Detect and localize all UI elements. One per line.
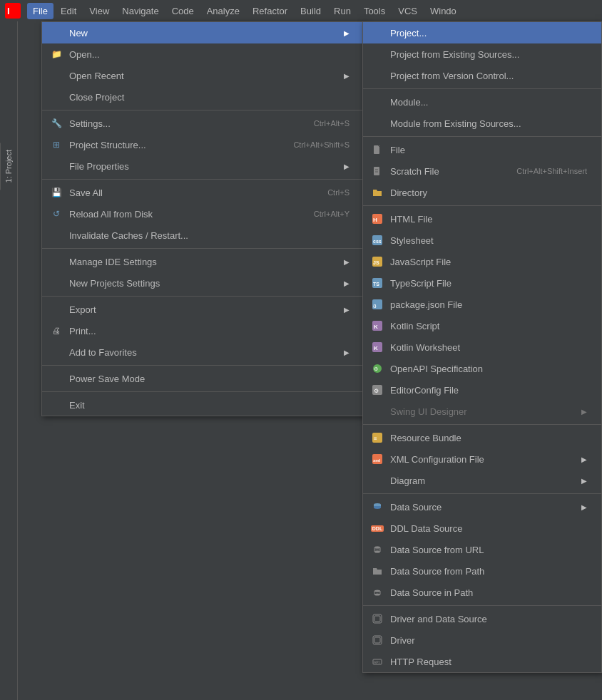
- project-icon: [370, 26, 384, 40]
- svg-rect-43: [374, 637, 380, 643]
- svg-point-39: [374, 594, 380, 596]
- menu-item-manage-ide[interactable]: Manage IDE Settings ▶: [42, 251, 364, 272]
- menu-item-typescript[interactable]: TS TypeScript File: [363, 272, 601, 294]
- power-save-icon: [49, 371, 63, 386]
- menu-item-export[interactable]: Export ▶: [42, 299, 364, 320]
- separator-5: [42, 365, 364, 366]
- menu-item-data-source[interactable]: Data Source ▶: [363, 496, 601, 518]
- menu-analyze[interactable]: Analyze: [201, 3, 245, 19]
- project-tab[interactable]: 1: Project: [0, 143, 16, 190]
- menu-item-file-properties[interactable]: File Properties ▶: [42, 155, 364, 177]
- save-icon: 💾: [49, 185, 63, 200]
- kotlin-worksheet-icon: K: [370, 340, 384, 354]
- svg-text:≡: ≡: [374, 436, 377, 442]
- menu-file[interactable]: File: [27, 3, 53, 19]
- menu-refactor[interactable]: Refactor: [247, 3, 293, 19]
- menu-item-project-vcs[interactable]: Project from Version Control...: [363, 65, 601, 86]
- menu-item-diagram[interactable]: Diagram ▶: [363, 470, 601, 491]
- menu-item-resource-bundle[interactable]: ≡ Resource Bundle: [363, 427, 601, 448]
- menu-item-openapi[interactable]: ⚙ OpenAPI Specification: [363, 358, 601, 379]
- menu-vcs[interactable]: VCS: [392, 3, 423, 19]
- menu-run[interactable]: Run: [328, 3, 357, 19]
- menu-item-invalidate[interactable]: Invalidate Caches / Restart...: [42, 225, 364, 246]
- project-structure-icon: ⊞: [49, 138, 63, 152]
- export-icon: [49, 302, 63, 316]
- menu-item-exit[interactable]: Exit: [42, 394, 364, 416]
- html-icon: H: [370, 212, 384, 226]
- menu-item-open-recent[interactable]: Open Recent ▶: [42, 65, 364, 86]
- menu-item-stylesheet[interactable]: css Stylesheet: [363, 230, 601, 251]
- menu-item-data-source-path[interactable]: Data Source from Path: [363, 560, 601, 582]
- separator-1: [42, 110, 364, 110]
- menu-item-ddl-data-source[interactable]: DDL DDL Data Source: [363, 518, 601, 539]
- menu-item-data-source-in-path[interactable]: Data Source in Path: [363, 582, 601, 603]
- menu-code[interactable]: Code: [166, 3, 200, 19]
- menu-item-save-all[interactable]: 💾 Save All Ctrl+S: [42, 182, 364, 203]
- menu-item-module-existing[interactable]: Module from Existing Sources...: [363, 113, 601, 134]
- svg-text:xml: xml: [373, 458, 381, 463]
- menu-item-print[interactable]: 🖨 Print...: [42, 320, 364, 341]
- app-logo: I: [3, 1, 23, 21]
- menu-item-data-source-url[interactable]: Data Source from URL: [363, 539, 601, 560]
- scratch-icon: [370, 164, 384, 178]
- sidebar: [0, 21, 18, 700]
- menu-tools[interactable]: Tools: [358, 3, 391, 19]
- menubar: I File Edit View Navigate Code Analyze R…: [0, 0, 602, 21]
- ts-icon: TS: [370, 276, 384, 290]
- menu-item-project[interactable]: Project...: [363, 22, 601, 43]
- menu-navigate[interactable]: Navigate: [116, 3, 164, 19]
- svg-text:API: API: [374, 660, 379, 664]
- menu-item-settings[interactable]: 🔧 Settings... Ctrl+Alt+S: [42, 113, 364, 134]
- svg-text:I: I: [7, 6, 10, 16]
- menu-item-project-existing[interactable]: Project from Existing Sources...: [363, 43, 601, 65]
- menu-edit[interactable]: Edit: [55, 3, 82, 19]
- new-submenu: Project... Project from Existing Sources…: [362, 21, 602, 673]
- js-icon: JS: [370, 254, 384, 269]
- menu-item-editorconfig[interactable]: ⚙ EditorConfig File: [363, 379, 601, 401]
- reload-icon: ↺: [49, 207, 63, 221]
- menu-item-reload[interactable]: ↺ Reload All from Disk Ctrl+Alt+Y: [42, 203, 364, 225]
- menu-item-kotlin-worksheet[interactable]: K Kotlin Worksheet: [363, 336, 601, 358]
- menu-item-file[interactable]: File: [363, 139, 601, 160]
- menu-window[interactable]: Windo: [424, 3, 462, 19]
- diagram-icon: [370, 473, 384, 488]
- xml-config-icon: xml: [370, 452, 384, 466]
- menu-item-driver-data-source[interactable]: Driver and Data Source: [363, 608, 601, 629]
- svg-text:TS: TS: [373, 282, 379, 287]
- menu-build[interactable]: Build: [295, 3, 327, 19]
- menu-item-directory[interactable]: Directory: [363, 182, 601, 203]
- new-sep-6: [363, 605, 601, 606]
- menu-item-module[interactable]: Module...: [363, 91, 601, 113]
- menu-item-javascript[interactable]: JS JavaScript File: [363, 251, 601, 272]
- menu-item-power-save[interactable]: Power Save Mode: [42, 368, 364, 389]
- menu-item-kotlin-script[interactable]: K Kotlin Script: [363, 315, 601, 336]
- menu-item-html[interactable]: H HTML File: [363, 208, 601, 230]
- module-existing-icon: [370, 116, 384, 130]
- menu-item-driver[interactable]: Driver: [363, 629, 601, 651]
- menu-item-add-favorites[interactable]: Add to Favorites ▶: [42, 341, 364, 363]
- svg-rect-2: [374, 145, 379, 154]
- svg-point-33: [374, 551, 380, 553]
- open-recent-icon: [49, 68, 63, 83]
- svg-text:K: K: [374, 345, 378, 351]
- new-sep-1: [363, 88, 601, 89]
- ddl-data-source-icon: DDL: [370, 521, 384, 535]
- close-project-icon: [49, 90, 63, 104]
- menu-item-scratch[interactable]: Scratch File Ctrl+Alt+Shift+Insert: [363, 160, 601, 182]
- new-sep-5: [363, 493, 601, 494]
- css-icon: css: [370, 233, 384, 247]
- menu-item-close-project[interactable]: Close Project: [42, 86, 364, 108]
- data-source-icon: [370, 500, 384, 514]
- menu-item-xml-config[interactable]: xml XML Configuration File ▶: [363, 448, 601, 470]
- svg-rect-41: [374, 616, 380, 622]
- menu-item-new-projects-settings[interactable]: New Projects Settings ▶: [42, 272, 364, 294]
- menu-view[interactable]: View: [83, 3, 115, 19]
- menu-item-http-request[interactable]: API HTTP Request: [363, 651, 601, 672]
- driver-data-source-icon: [370, 612, 384, 626]
- new-sep-2: [363, 136, 601, 137]
- menu-item-open[interactable]: 📁 Open...: [42, 43, 364, 65]
- file-properties-icon: [49, 159, 63, 173]
- menu-item-package-json[interactable]: {} package.json File: [363, 294, 601, 315]
- menu-item-project-structure[interactable]: ⊞ Project Structure... Ctrl+Alt+Shift+S: [42, 134, 364, 155]
- menu-item-new[interactable]: New ▶: [42, 22, 364, 43]
